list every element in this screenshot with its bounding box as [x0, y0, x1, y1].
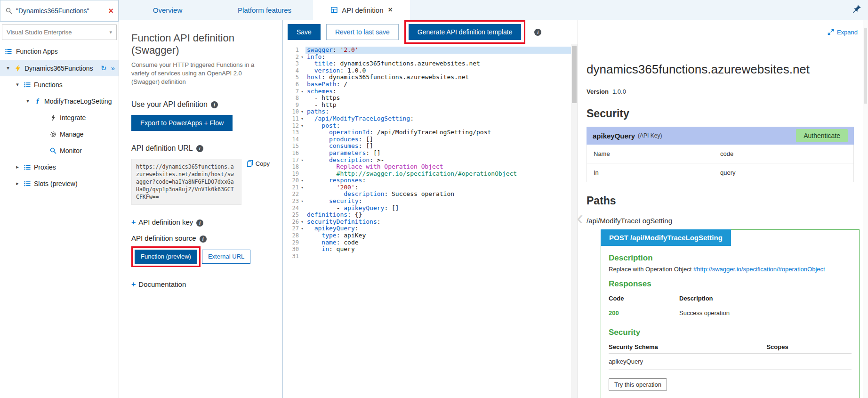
- sidebar-item-function-apps[interactable]: Function Apps: [0, 43, 119, 60]
- fold-arrow-icon[interactable]: ▾: [299, 198, 305, 205]
- collapse-panel-icon[interactable]: [577, 208, 583, 228]
- code-line[interactable]: 20▾ responses:: [283, 177, 571, 184]
- sidebar-item-slots[interactable]: ▸Slots (preview): [0, 175, 119, 192]
- api-definition-key-toggle[interactable]: API definition key: [138, 218, 193, 226]
- post-operation-header[interactable]: POST /api/ModifyTraceLogSetting: [601, 229, 731, 246]
- code-text[interactable]: consumes: []: [305, 143, 571, 150]
- fold-arrow-icon[interactable]: ▾: [299, 54, 305, 61]
- code-line[interactable]: 10▾paths:: [283, 108, 571, 115]
- code-text[interactable]: basePath: /: [305, 81, 571, 88]
- code-text[interactable]: security:: [305, 198, 571, 205]
- code-text[interactable]: title: dynamics365functions.azurewebsite…: [305, 60, 571, 67]
- code-line[interactable]: 2▾info:: [283, 54, 571, 61]
- code-text[interactable]: produces: []: [305, 136, 571, 143]
- chevron-right-icon[interactable]: ▸: [14, 164, 21, 170]
- preview-scrollbar[interactable]: [863, 20, 868, 398]
- code-text[interactable]: schemes:: [305, 88, 571, 95]
- sidebar-item-manage[interactable]: Manage: [0, 126, 119, 142]
- code-text[interactable]: operationId: /api/ModifyTraceLogSetting/…: [305, 129, 571, 136]
- code-text[interactable]: description: >-: [305, 157, 571, 164]
- chevron-down-icon[interactable]: ▾: [14, 81, 21, 88]
- code-line[interactable]: 31: [283, 253, 571, 260]
- scrollbar-thumb[interactable]: [864, 28, 867, 104]
- code-text[interactable]: - apikeyQuery: []: [305, 205, 571, 212]
- code-text[interactable]: post:: [305, 122, 571, 130]
- code-line[interactable]: 12▾ post:: [283, 122, 571, 130]
- code-line[interactable]: 6basePath: /: [283, 81, 571, 88]
- info-icon[interactable]: [196, 219, 203, 227]
- code-line[interactable]: 3 title: dynamics365functions.azurewebsi…: [283, 60, 571, 67]
- api-definition-url[interactable]: https://dynamics365functions.azurewebsit…: [131, 159, 241, 205]
- chevron-down-icon[interactable]: ▾: [24, 98, 31, 104]
- sidebar-item-integrate[interactable]: Integrate: [0, 109, 119, 126]
- search-input[interactable]: "Dynamics365Functions": [16, 7, 108, 15]
- code-line[interactable]: 25definitions: {}: [283, 211, 571, 219]
- refresh-icon[interactable]: ↻: [101, 64, 107, 73]
- code-line[interactable]: 17▾ description: >-: [283, 157, 571, 164]
- fold-arrow-icon[interactable]: ▾: [299, 225, 305, 232]
- sidebar-item-functions[interactable]: ▾Functions: [0, 76, 119, 93]
- code-text[interactable]: version: 1.0.0: [305, 67, 571, 74]
- subscription-dropdown[interactable]: Visual Studio Enterprise: [2, 24, 117, 40]
- code-line[interactable]: 18 Replace with Operation Object: [283, 163, 571, 171]
- code-text[interactable]: securityDefinitions:: [305, 219, 571, 226]
- function-search-box[interactable]: "Dynamics365Functions": [0, 0, 119, 22]
- code-line[interactable]: 15 consumes: []: [283, 143, 571, 150]
- code-text[interactable]: apikeyQuery:: [305, 225, 571, 232]
- copy-url-button[interactable]: Copy: [246, 160, 270, 167]
- code-line[interactable]: 5host: dynamics365functions.azurewebsite…: [283, 74, 571, 81]
- code-line[interactable]: 14 produces: []: [283, 136, 571, 143]
- code-text[interactable]: type: apiKey: [305, 232, 571, 239]
- fold-arrow-icon[interactable]: ▾: [299, 157, 305, 164]
- documentation-toggle[interactable]: Documentation: [138, 280, 186, 288]
- code-line[interactable]: 9 - http: [283, 102, 571, 109]
- generate-template-button[interactable]: Generate API definition template: [409, 24, 522, 40]
- code-text[interactable]: info:: [305, 54, 571, 61]
- code-text[interactable]: #http://swagger.io/specification/#operat…: [305, 171, 571, 178]
- code-line[interactable]: 16 parameters: []: [283, 150, 571, 157]
- code-line[interactable]: 8 - https: [283, 95, 571, 102]
- fold-arrow-icon[interactable]: ▾: [299, 108, 305, 115]
- code-line[interactable]: 19 #http://swagger.io/specification/#ope…: [283, 171, 571, 178]
- info-icon[interactable]: [211, 101, 218, 108]
- code-text[interactable]: responses:: [305, 177, 571, 184]
- info-icon[interactable]: [200, 236, 207, 243]
- authenticate-button[interactable]: Authenticate: [796, 129, 848, 142]
- info-icon[interactable]: [196, 145, 203, 152]
- code-line[interactable]: 4 version: 1.0.0: [283, 67, 571, 74]
- fold-arrow-icon[interactable]: ▾: [299, 219, 305, 226]
- code-line[interactable]: 24 - apikeyQuery: []: [283, 205, 571, 212]
- sidebar-item-dynamics365functions[interactable]: ▾Dynamics365Functions↻»: [0, 60, 119, 76]
- code-text[interactable]: host: dynamics365functions.azurewebsites…: [305, 74, 571, 81]
- source-function-button[interactable]: Function (preview): [135, 250, 197, 264]
- code-text[interactable]: /api/ModifyTraceLogSetting:: [305, 115, 571, 122]
- tab-platform-features[interactable]: Platform features: [216, 0, 313, 20]
- code-line[interactable]: 7▾schemes:: [283, 88, 571, 95]
- tab-api-definition[interactable]: API definition×: [313, 0, 410, 20]
- try-operation-button[interactable]: Try this operation: [609, 378, 667, 391]
- chevron-down-icon[interactable]: ▾: [5, 65, 11, 71]
- code-text[interactable]: '200':: [305, 184, 571, 191]
- fold-arrow-icon[interactable]: ▾: [299, 184, 305, 191]
- source-external-url-button[interactable]: External URL: [202, 250, 250, 264]
- fold-arrow-icon[interactable]: ▾: [299, 88, 305, 95]
- save-button[interactable]: Save: [288, 24, 321, 40]
- code-line[interactable]: 21▾ '200':: [283, 184, 571, 191]
- revert-button[interactable]: Revert to last save: [326, 24, 399, 40]
- export-powerapps-button[interactable]: Export to PowerApps + Flow: [131, 115, 233, 131]
- code-line[interactable]: 28 type: apiKey: [283, 232, 571, 239]
- scrollbar-thumb[interactable]: [572, 46, 577, 103]
- tab-overview[interactable]: Overview: [119, 0, 216, 20]
- clear-search-icon[interactable]: [108, 7, 113, 15]
- code-editor[interactable]: 1swagger: '2.0'2▾info:3 title: dynamics3…: [283, 44, 571, 398]
- code-text[interactable]: - http: [305, 102, 571, 109]
- code-text[interactable]: name: code: [305, 239, 571, 246]
- code-text[interactable]: parameters: []: [305, 150, 571, 157]
- code-line[interactable]: 13 operationId: /api/ModifyTraceLogSetti…: [283, 129, 571, 136]
- code-line[interactable]: 27▾ apikeyQuery:: [283, 225, 571, 232]
- collapse-all-icon[interactable]: »: [111, 64, 115, 73]
- code-text[interactable]: description: Success operation: [305, 191, 571, 198]
- expand-button[interactable]: Expand: [827, 28, 858, 36]
- code-text[interactable]: in: query: [305, 246, 571, 253]
- sidebar-item-monitor[interactable]: Monitor: [0, 142, 119, 159]
